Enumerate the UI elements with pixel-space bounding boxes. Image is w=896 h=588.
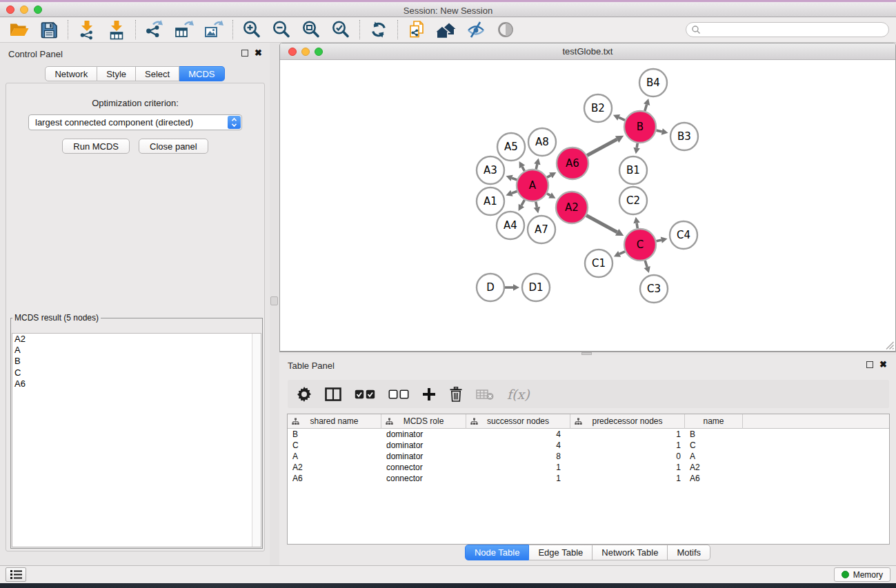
graph-edge-C-C3[interactable] — [644, 261, 650, 273]
graph-node-B4[interactable]: B4 — [639, 69, 667, 97]
delete-column-button[interactable] — [449, 387, 463, 402]
tab-style[interactable]: Style — [97, 66, 136, 81]
show-all-button[interactable] — [493, 19, 518, 41]
graph-node-B1[interactable]: B1 — [619, 156, 647, 184]
mcds-result-item[interactable]: B — [12, 356, 261, 367]
export-image-button[interactable] — [201, 19, 226, 41]
column-header-mcds-role[interactable]: MCDS role — [381, 414, 466, 429]
graph-edge-C-C1[interactable] — [614, 251, 625, 257]
function-builder-button[interactable]: f(x) — [507, 387, 530, 402]
zoom-in-button[interactable] — [239, 19, 264, 41]
graph-node-C[interactable]: C — [624, 229, 656, 261]
add-column-button[interactable] — [422, 387, 436, 401]
search-input[interactable] — [704, 23, 888, 36]
import-network-button[interactable] — [74, 19, 99, 41]
graph-edge-B-B4[interactable] — [644, 99, 650, 111]
select-all-button[interactable] — [355, 389, 375, 399]
column-header-successor-nodes[interactable]: successor nodes — [466, 414, 570, 429]
close-panel-icon[interactable]: ✖ — [255, 49, 262, 57]
graph-edge-A-A5[interactable] — [519, 161, 526, 171]
graph-edge-A2-C[interactable] — [586, 215, 624, 236]
tab-network-table[interactable]: Network Table — [593, 545, 668, 560]
graph-node-D1[interactable]: D1 — [522, 274, 550, 301]
new-network-from-selection-button[interactable] — [404, 19, 429, 41]
column-header-name[interactable]: name — [685, 414, 743, 429]
graph-edge-A6-B[interactable] — [587, 136, 624, 156]
import-table-button[interactable] — [104, 19, 129, 41]
mcds-result-item[interactable]: A2 — [12, 334, 261, 345]
task-history-button[interactable] — [6, 567, 26, 582]
memory-button[interactable]: Memory — [834, 567, 890, 582]
scrollbar-track[interactable] — [252, 334, 261, 547]
column-header-predecessor-nodes[interactable]: predecessor nodes — [570, 414, 685, 429]
export-network-button[interactable] — [142, 19, 167, 41]
graph-edge-A-A6[interactable] — [547, 172, 556, 179]
refresh-button[interactable] — [366, 19, 391, 41]
tab-motifs[interactable]: Motifs — [668, 545, 710, 560]
table-settings-button[interactable] — [297, 387, 312, 402]
table-row[interactable]: Bdominator41B — [288, 429, 889, 440]
graph-edge-A-A4[interactable] — [519, 200, 525, 211]
export-table-button[interactable] — [172, 19, 197, 41]
graph-node-A8[interactable]: A8 — [528, 128, 556, 156]
graph-node-B3[interactable]: B3 — [670, 123, 698, 150]
graph-node-A4[interactable]: A4 — [497, 212, 524, 239]
mcds-result-item[interactable]: C — [12, 367, 261, 378]
graph-node-A6[interactable]: A6 — [557, 148, 588, 179]
open-session-button[interactable] — [7, 19, 32, 41]
float-panel-icon[interactable] — [241, 50, 248, 57]
mcds-result-item[interactable]: A6 — [12, 378, 261, 389]
graph-edge-A-A2[interactable] — [547, 192, 556, 199]
zoom-selected-button[interactable] — [328, 19, 353, 41]
graph-node-C1[interactable]: C1 — [585, 250, 613, 277]
mcds-result-item[interactable]: A — [12, 345, 261, 356]
tab-mcds[interactable]: MCDS — [179, 66, 224, 81]
graph-edge-A-A3[interactable] — [506, 175, 517, 181]
network-canvas[interactable]: AA1A2A3A4A5A6A7A8BB1B2B3B4CC1C2C3C4DD1 — [280, 60, 895, 351]
close-panel-button[interactable]: Close panel — [139, 139, 208, 154]
graph-edge-A-A1[interactable] — [506, 190, 517, 196]
graph-node-A[interactable]: A — [517, 170, 548, 201]
graph-edge-C-C2[interactable] — [633, 217, 639, 229]
graph-node-A3[interactable]: A3 — [477, 156, 504, 184]
graph-node-C2[interactable]: C2 — [619, 187, 647, 214]
tab-network[interactable]: Network — [45, 66, 97, 81]
graph-edge-B-B2[interactable] — [613, 114, 625, 121]
run-mcds-button[interactable]: Run MCDS — [62, 139, 130, 154]
tab-select[interactable]: Select — [136, 66, 179, 81]
graph-node-A1[interactable]: A1 — [477, 187, 504, 215]
delete-table-button[interactable] — [476, 388, 494, 401]
graph-node-D[interactable]: D — [477, 274, 504, 301]
vertical-splitter[interactable] — [270, 43, 279, 565]
graph-node-C4[interactable]: C4 — [670, 221, 697, 249]
zoom-fit-button[interactable] — [299, 19, 323, 41]
resize-grip-icon[interactable] — [885, 341, 894, 349]
float-panel-icon[interactable] — [866, 361, 873, 368]
hide-selected-button[interactable] — [464, 19, 488, 41]
graph-edge-C-C4[interactable] — [656, 236, 667, 243]
mcds-result-list[interactable]: A2ABCA6 — [12, 333, 261, 547]
split-view-button[interactable] — [325, 387, 341, 401]
tab-edge-table[interactable]: Edge Table — [529, 545, 593, 560]
tab-node-table[interactable]: Node Table — [465, 545, 530, 560]
close-panel-icon[interactable]: ✖ — [879, 361, 887, 369]
deselect-all-button[interactable] — [388, 389, 409, 399]
graph-node-B[interactable]: B — [624, 111, 656, 143]
zoom-out-button[interactable] — [269, 19, 294, 41]
search-box[interactable] — [686, 22, 889, 37]
table-row[interactable]: Cdominator41C — [288, 440, 889, 451]
criterion-dropdown[interactable]: largest connected component (directed) — [28, 114, 242, 130]
graph-edge-A-A7[interactable] — [534, 202, 540, 214]
graph-edge-A-A8[interactable] — [534, 158, 540, 169]
graph-node-A7[interactable]: A7 — [528, 216, 555, 243]
network-overview-button[interactable] — [434, 19, 459, 41]
graph-node-B2[interactable]: B2 — [584, 94, 612, 122]
table-row[interactable]: Adominator80A — [288, 451, 889, 462]
splitter-handle[interactable] — [270, 296, 278, 305]
graph-edge-D-D1[interactable] — [505, 284, 519, 291]
graph-edge-B-B3[interactable] — [656, 128, 668, 134]
table-row[interactable]: A2connector11A2 — [288, 462, 889, 473]
table-row[interactable]: A6connector11A6 — [288, 473, 889, 484]
save-session-button[interactable] — [37, 19, 61, 41]
column-header-shared-name[interactable]: shared name — [288, 414, 381, 429]
